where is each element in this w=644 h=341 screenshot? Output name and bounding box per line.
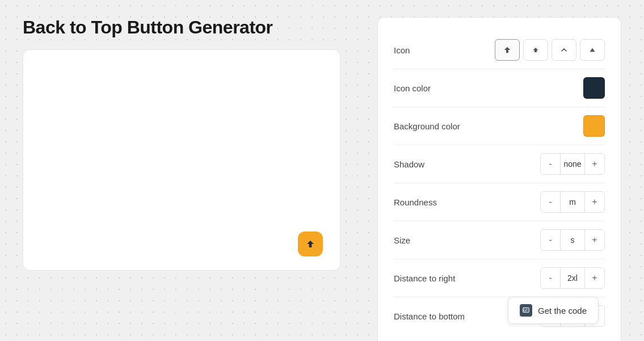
- size-stepper: - s +: [540, 229, 605, 251]
- icon-color-label: Icon color: [394, 83, 431, 93]
- icon-option-2[interactable]: [523, 39, 548, 61]
- size-label: Size: [394, 235, 410, 245]
- shadow-stepper: - none +: [540, 153, 605, 175]
- icon-label: Icon: [394, 45, 410, 55]
- shadow-value: none: [560, 154, 585, 174]
- roundness-stepper: - m +: [540, 191, 605, 213]
- distance-right-value: 2xl: [560, 268, 585, 288]
- distance-right-control-row: Distance to right - 2xl +: [394, 259, 605, 297]
- roundness-plus-btn[interactable]: +: [585, 192, 604, 212]
- shadow-label: Shadow: [394, 159, 424, 169]
- bg-color-label: Background color: [394, 121, 460, 131]
- icon-control-row: Icon: [394, 31, 605, 69]
- distance-right-minus-btn[interactable]: -: [541, 268, 560, 288]
- shadow-plus-btn[interactable]: +: [585, 154, 604, 174]
- icon-color-right: [583, 77, 605, 99]
- icon-option-3[interactable]: [552, 39, 576, 61]
- preview-box: [23, 49, 340, 271]
- get-code-label: Get the code: [538, 306, 587, 315]
- roundness-control-row: Roundness - m +: [394, 183, 605, 221]
- icon-color-swatch[interactable]: [583, 77, 605, 99]
- icon-option-1[interactable]: [495, 39, 520, 61]
- roundness-value: m: [560, 192, 585, 212]
- arrow-up-icon: [305, 239, 315, 249]
- icon-option-4[interactable]: [580, 39, 605, 61]
- roundness-minus-btn[interactable]: -: [541, 192, 560, 212]
- distance-right-label: Distance to right: [394, 273, 455, 283]
- roundness-label: Roundness: [394, 197, 437, 207]
- distance-right-plus-btn[interactable]: +: [585, 268, 604, 288]
- size-plus-btn[interactable]: +: [585, 230, 604, 250]
- icon-selector: [495, 39, 605, 61]
- right-panel: Icon Icon color Background color: [377, 17, 621, 341]
- get-code-button[interactable]: Get the code: [508, 297, 599, 324]
- size-value: s: [560, 230, 585, 250]
- code-symbol-icon: [522, 306, 530, 314]
- get-code-container: Get the code: [508, 297, 599, 324]
- code-icon: [520, 304, 532, 317]
- back-to-top-button[interactable]: [298, 231, 323, 256]
- page-title: Back to Top Button Generator: [23, 17, 355, 38]
- bg-color-control-row: Background color: [394, 107, 605, 145]
- bg-color-right: [583, 115, 605, 137]
- distance-right-stepper: - 2xl +: [540, 267, 605, 289]
- size-control-row: Size - s +: [394, 221, 605, 259]
- size-minus-btn[interactable]: -: [541, 230, 560, 250]
- distance-bottom-label: Distance to bottom: [394, 311, 465, 321]
- shadow-control-row: Shadow - none +: [394, 145, 605, 183]
- shadow-minus-btn[interactable]: -: [541, 154, 560, 174]
- left-panel: Back to Top Button Generator: [23, 17, 355, 271]
- icon-color-control-row: Icon color: [394, 69, 605, 107]
- bg-color-swatch[interactable]: [583, 115, 605, 137]
